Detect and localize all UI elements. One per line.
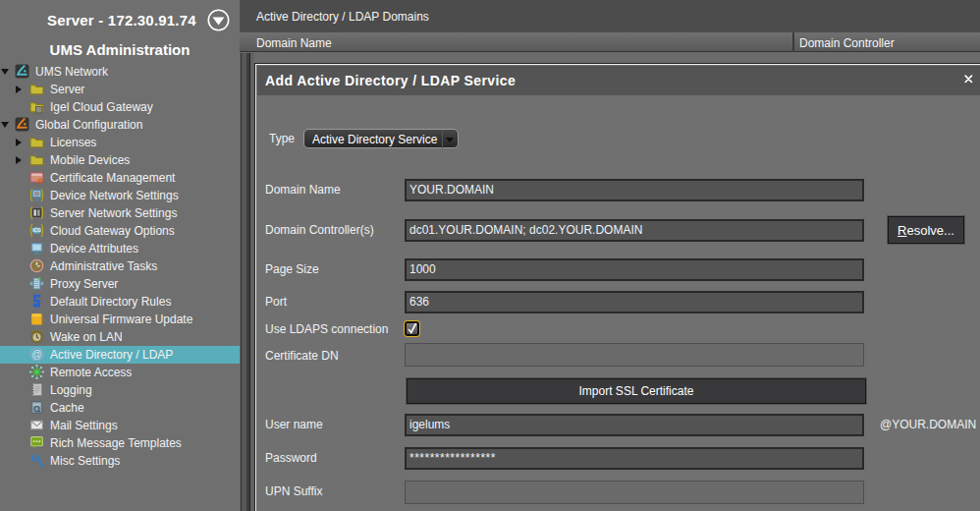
svg-text:ICG: ICG: [32, 228, 41, 233]
svg-text:@: @: [31, 348, 42, 360]
